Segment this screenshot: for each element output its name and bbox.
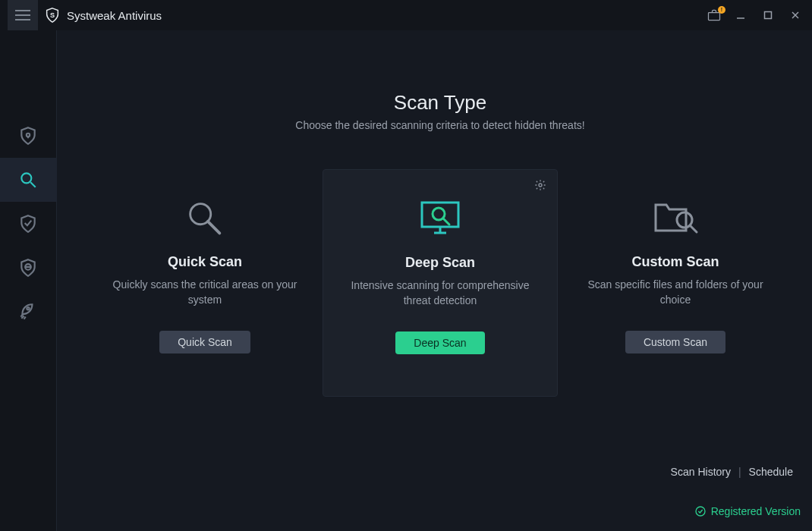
svg-rect-1 (709, 13, 720, 20)
deep-scan-icon (416, 193, 464, 246)
card-quick-scan[interactable]: Quick Scan Quickly scans the critical ar… (87, 169, 323, 397)
sidebar-item-eprotect[interactable] (0, 246, 57, 290)
footer-links: Scan History | Schedule (671, 466, 793, 478)
svg-line-9 (30, 182, 36, 187)
notification-badge: ! (718, 6, 725, 14)
maximize-icon (763, 10, 773, 20)
svg-line-21 (690, 225, 697, 232)
gear-icon (534, 179, 546, 191)
schedule-link[interactable]: Schedule (749, 466, 793, 478)
quick-scan-icon (183, 192, 227, 245)
svg-line-13 (208, 222, 219, 233)
scan-history-link[interactable]: Scan History (671, 466, 731, 478)
deep-scan-button[interactable]: Deep Scan (395, 331, 484, 354)
sidebar-item-protection[interactable] (0, 114, 57, 158)
app-title: Systweak Antivirus (67, 9, 162, 22)
menu-toggle-button[interactable] (8, 0, 38, 30)
minimize-icon (735, 10, 746, 20)
shield-lock-icon (18, 126, 38, 146)
svg-point-8 (21, 173, 31, 183)
separator: | (738, 466, 741, 478)
page-title: Scan Type (87, 91, 793, 115)
registration-status-text: Registered Version (711, 505, 801, 517)
close-button[interactable] (786, 6, 804, 24)
deep-scan-desc: Intensive scanning for comprehensive thr… (342, 278, 538, 309)
close-icon (790, 10, 801, 20)
svg-rect-3 (765, 12, 772, 19)
svg-point-11 (27, 307, 29, 309)
check-circle-icon (694, 505, 707, 517)
sidebar-item-quarantine[interactable] (0, 202, 57, 246)
card-custom-scan[interactable]: Custom Scan Scan specific files and fold… (558, 169, 793, 397)
rocket-icon (18, 302, 38, 322)
minimize-button[interactable] (732, 6, 750, 24)
custom-scan-icon (651, 192, 700, 245)
main-content: Scan Type Choose the desired scanning cr… (57, 30, 812, 531)
quick-scan-button[interactable]: Quick Scan (159, 331, 250, 353)
custom-scan-title: Custom Scan (631, 254, 719, 270)
svg-text:S: S (50, 11, 55, 19)
sidebar-item-scan[interactable] (0, 158, 57, 202)
notification-button[interactable]: ! (706, 8, 722, 23)
custom-scan-button[interactable]: Custom Scan (625, 331, 725, 353)
search-icon (18, 170, 38, 190)
app-logo-icon: S (44, 7, 61, 24)
deep-scan-title: Deep Scan (405, 255, 475, 271)
page-subtitle: Choose the desired scanning criteria to … (87, 119, 793, 131)
shield-e-icon (18, 258, 38, 278)
svg-rect-15 (422, 203, 458, 227)
card-deep-scan[interactable]: Deep Scan Intensive scanning for compreh… (323, 169, 558, 397)
custom-scan-desc: Scan specific files and folders of your … (577, 278, 774, 308)
titlebar: S Systweak Antivirus ! (0, 0, 812, 30)
maximize-button[interactable] (759, 6, 777, 24)
svg-point-22 (696, 507, 705, 516)
registration-status: Registered Version (694, 505, 801, 517)
quick-scan-desc: Quickly scans the critical areas on your… (106, 278, 304, 308)
sidebar (0, 30, 57, 531)
svg-point-6 (27, 134, 30, 137)
quick-scan-title: Quick Scan (168, 254, 242, 270)
shield-check-icon (18, 214, 38, 234)
deep-scan-settings-button[interactable] (534, 179, 546, 194)
svg-line-19 (443, 218, 449, 225)
svg-point-14 (539, 184, 542, 187)
sidebar-item-boost[interactable] (0, 290, 57, 334)
